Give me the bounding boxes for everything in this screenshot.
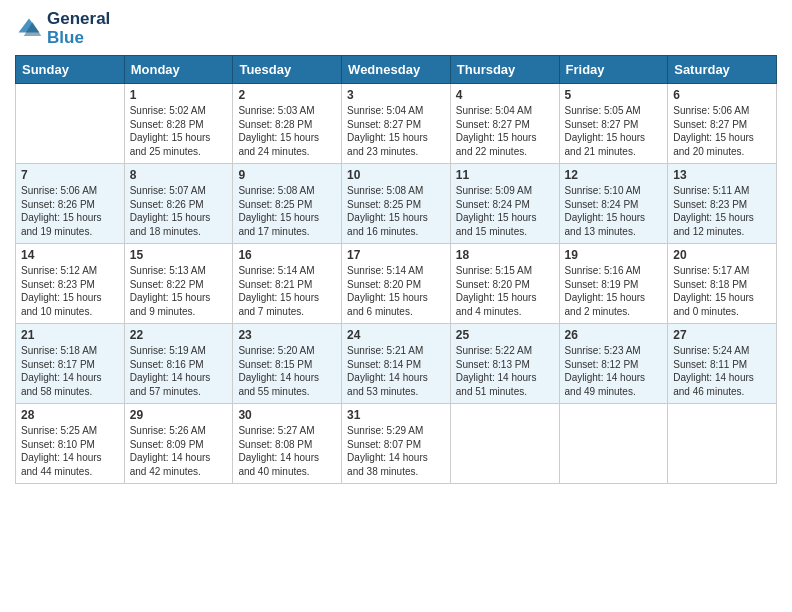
day-number: 15 xyxy=(130,248,228,262)
sunset-text: Sunset: 8:22 PM xyxy=(130,279,204,290)
day-number: 10 xyxy=(347,168,445,182)
daylight-line1: Daylight: 14 hours xyxy=(238,452,319,463)
calendar-cell: 2Sunrise: 5:03 AMSunset: 8:28 PMDaylight… xyxy=(233,84,342,164)
daylight-line1: Daylight: 14 hours xyxy=(347,452,428,463)
weekday-header-wednesday: Wednesday xyxy=(342,56,451,84)
sunrise-text: Sunrise: 5:04 AM xyxy=(347,105,423,116)
sunset-text: Sunset: 8:16 PM xyxy=(130,359,204,370)
daylight-line2: and 38 minutes. xyxy=(347,466,418,477)
day-number: 19 xyxy=(565,248,663,262)
sunrise-text: Sunrise: 5:21 AM xyxy=(347,345,423,356)
daylight-line2: and 42 minutes. xyxy=(130,466,201,477)
daylight-line2: and 18 minutes. xyxy=(130,226,201,237)
day-number: 23 xyxy=(238,328,336,342)
day-info: Sunrise: 5:17 AMSunset: 8:18 PMDaylight:… xyxy=(673,264,771,318)
logo-text-block: General Blue xyxy=(47,10,110,47)
sunset-text: Sunset: 8:23 PM xyxy=(21,279,95,290)
sunrise-text: Sunrise: 5:23 AM xyxy=(565,345,641,356)
calendar-cell: 10Sunrise: 5:08 AMSunset: 8:25 PMDayligh… xyxy=(342,164,451,244)
day-info: Sunrise: 5:18 AMSunset: 8:17 PMDaylight:… xyxy=(21,344,119,398)
day-number: 29 xyxy=(130,408,228,422)
calendar-page: General Blue SundayMondayTuesdayWednesda… xyxy=(0,0,792,499)
calendar-cell: 9Sunrise: 5:08 AMSunset: 8:25 PMDaylight… xyxy=(233,164,342,244)
daylight-line2: and 22 minutes. xyxy=(456,146,527,157)
sunrise-text: Sunrise: 5:07 AM xyxy=(130,185,206,196)
sunrise-text: Sunrise: 5:14 AM xyxy=(347,265,423,276)
daylight-line1: Daylight: 14 hours xyxy=(456,372,537,383)
daylight-line1: Daylight: 14 hours xyxy=(130,452,211,463)
calendar-cell xyxy=(559,404,668,484)
daylight-line2: and 58 minutes. xyxy=(21,386,92,397)
daylight-line2: and 10 minutes. xyxy=(21,306,92,317)
day-info: Sunrise: 5:04 AMSunset: 8:27 PMDaylight:… xyxy=(456,104,554,158)
calendar-cell: 30Sunrise: 5:27 AMSunset: 8:08 PMDayligh… xyxy=(233,404,342,484)
calendar-cell: 8Sunrise: 5:07 AMSunset: 8:26 PMDaylight… xyxy=(124,164,233,244)
sunset-text: Sunset: 8:19 PM xyxy=(565,279,639,290)
day-number: 3 xyxy=(347,88,445,102)
sunrise-text: Sunrise: 5:04 AM xyxy=(456,105,532,116)
day-info: Sunrise: 5:14 AMSunset: 8:20 PMDaylight:… xyxy=(347,264,445,318)
sunrise-text: Sunrise: 5:18 AM xyxy=(21,345,97,356)
day-number: 27 xyxy=(673,328,771,342)
sunrise-text: Sunrise: 5:27 AM xyxy=(238,425,314,436)
daylight-line1: Daylight: 15 hours xyxy=(347,132,428,143)
daylight-line1: Daylight: 15 hours xyxy=(21,292,102,303)
day-number: 8 xyxy=(130,168,228,182)
sunset-text: Sunset: 8:18 PM xyxy=(673,279,747,290)
calendar-week-2: 7Sunrise: 5:06 AMSunset: 8:26 PMDaylight… xyxy=(16,164,777,244)
day-number: 31 xyxy=(347,408,445,422)
daylight-line1: Daylight: 15 hours xyxy=(565,292,646,303)
day-number: 14 xyxy=(21,248,119,262)
sunrise-text: Sunrise: 5:09 AM xyxy=(456,185,532,196)
daylight-line2: and 17 minutes. xyxy=(238,226,309,237)
daylight-line2: and 0 minutes. xyxy=(673,306,739,317)
daylight-line2: and 9 minutes. xyxy=(130,306,196,317)
weekday-header-friday: Friday xyxy=(559,56,668,84)
daylight-line2: and 55 minutes. xyxy=(238,386,309,397)
daylight-line1: Daylight: 15 hours xyxy=(238,212,319,223)
sunset-text: Sunset: 8:24 PM xyxy=(565,199,639,210)
header: General Blue xyxy=(15,10,777,47)
calendar-cell: 29Sunrise: 5:26 AMSunset: 8:09 PMDayligh… xyxy=(124,404,233,484)
sunrise-text: Sunrise: 5:15 AM xyxy=(456,265,532,276)
daylight-line2: and 51 minutes. xyxy=(456,386,527,397)
sunrise-text: Sunrise: 5:03 AM xyxy=(238,105,314,116)
sunrise-text: Sunrise: 5:10 AM xyxy=(565,185,641,196)
calendar-cell: 21Sunrise: 5:18 AMSunset: 8:17 PMDayligh… xyxy=(16,324,125,404)
day-info: Sunrise: 5:25 AMSunset: 8:10 PMDaylight:… xyxy=(21,424,119,478)
day-info: Sunrise: 5:11 AMSunset: 8:23 PMDaylight:… xyxy=(673,184,771,238)
day-info: Sunrise: 5:10 AMSunset: 8:24 PMDaylight:… xyxy=(565,184,663,238)
daylight-line2: and 6 minutes. xyxy=(347,306,413,317)
sunrise-text: Sunrise: 5:16 AM xyxy=(565,265,641,276)
sunrise-text: Sunrise: 5:11 AM xyxy=(673,185,749,196)
weekday-header-thursday: Thursday xyxy=(450,56,559,84)
sunrise-text: Sunrise: 5:05 AM xyxy=(565,105,641,116)
sunrise-text: Sunrise: 5:06 AM xyxy=(673,105,749,116)
day-info: Sunrise: 5:05 AMSunset: 8:27 PMDaylight:… xyxy=(565,104,663,158)
daylight-line1: Daylight: 15 hours xyxy=(21,212,102,223)
day-number: 4 xyxy=(456,88,554,102)
day-info: Sunrise: 5:06 AMSunset: 8:27 PMDaylight:… xyxy=(673,104,771,158)
day-number: 16 xyxy=(238,248,336,262)
day-info: Sunrise: 5:22 AMSunset: 8:13 PMDaylight:… xyxy=(456,344,554,398)
sunset-text: Sunset: 8:11 PM xyxy=(673,359,747,370)
day-info: Sunrise: 5:03 AMSunset: 8:28 PMDaylight:… xyxy=(238,104,336,158)
day-number: 25 xyxy=(456,328,554,342)
daylight-line1: Daylight: 15 hours xyxy=(673,132,754,143)
daylight-line2: and 49 minutes. xyxy=(565,386,636,397)
sunset-text: Sunset: 8:28 PM xyxy=(238,119,312,130)
day-number: 20 xyxy=(673,248,771,262)
daylight-line2: and 24 minutes. xyxy=(238,146,309,157)
sunset-text: Sunset: 8:23 PM xyxy=(673,199,747,210)
day-info: Sunrise: 5:29 AMSunset: 8:07 PMDaylight:… xyxy=(347,424,445,478)
day-info: Sunrise: 5:23 AMSunset: 8:12 PMDaylight:… xyxy=(565,344,663,398)
day-number: 7 xyxy=(21,168,119,182)
daylight-line1: Daylight: 14 hours xyxy=(21,372,102,383)
daylight-line1: Daylight: 15 hours xyxy=(347,292,428,303)
daylight-line1: Daylight: 14 hours xyxy=(673,372,754,383)
sunrise-text: Sunrise: 5:20 AM xyxy=(238,345,314,356)
day-number: 30 xyxy=(238,408,336,422)
day-number: 6 xyxy=(673,88,771,102)
logo: General Blue xyxy=(15,10,110,47)
day-number: 1 xyxy=(130,88,228,102)
